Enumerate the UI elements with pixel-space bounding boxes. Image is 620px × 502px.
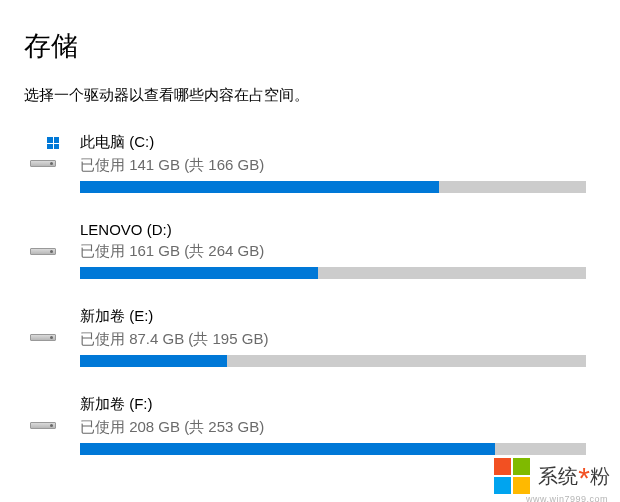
drive-icon [30, 405, 58, 433]
drive-list: 此电脑 (C:) 已使用 141 GB (共 166 GB) LENOVO (D… [30, 133, 596, 455]
drive-system-icon [30, 143, 58, 171]
page-title: 存储 [24, 28, 596, 64]
progress-fill [80, 267, 318, 279]
drive-usage-text: 已使用 208 GB (共 253 GB) [80, 418, 586, 437]
watermark-url: www.win7999.com [526, 494, 608, 502]
drive-name: 此电脑 (C:) [80, 133, 586, 152]
drive-name: LENOVO (D:) [80, 221, 586, 238]
drive-usage-text: 已使用 161 GB (共 264 GB) [80, 242, 586, 261]
drive-usage-text: 已使用 141 GB (共 166 GB) [80, 156, 586, 175]
drive-item-d[interactable]: LENOVO (D:) 已使用 161 GB (共 264 GB) [30, 221, 596, 279]
drive-item-e[interactable]: 新加卷 (E:) 已使用 87.4 GB (共 195 GB) [30, 307, 596, 367]
page-subtitle: 选择一个驱动器以查看哪些内容在占空间。 [24, 86, 596, 105]
progress-bar [80, 267, 586, 279]
drive-usage-text: 已使用 87.4 GB (共 195 GB) [80, 330, 586, 349]
drive-info: LENOVO (D:) 已使用 161 GB (共 264 GB) [80, 221, 596, 279]
drive-info: 新加卷 (E:) 已使用 87.4 GB (共 195 GB) [80, 307, 596, 367]
drive-item-f[interactable]: 新加卷 (F:) 已使用 208 GB (共 253 GB) [30, 395, 596, 455]
progress-fill [80, 443, 495, 455]
watermark-text: 系统*粉 [538, 463, 610, 490]
drive-name: 新加卷 (F:) [80, 395, 586, 414]
progress-bar [80, 443, 586, 455]
drive-info: 此电脑 (C:) 已使用 141 GB (共 166 GB) [80, 133, 596, 193]
progress-fill [80, 181, 439, 193]
drive-info: 新加卷 (F:) 已使用 208 GB (共 253 GB) [80, 395, 596, 455]
drive-icon [30, 317, 58, 345]
progress-bar [80, 181, 586, 193]
drive-item-c[interactable]: 此电脑 (C:) 已使用 141 GB (共 166 GB) [30, 133, 596, 193]
microsoft-logo-icon [494, 458, 530, 494]
drive-name: 新加卷 (E:) [80, 307, 586, 326]
watermark: 系统*粉 [494, 458, 610, 494]
progress-bar [80, 355, 586, 367]
drive-icon [30, 231, 58, 259]
progress-fill [80, 355, 227, 367]
